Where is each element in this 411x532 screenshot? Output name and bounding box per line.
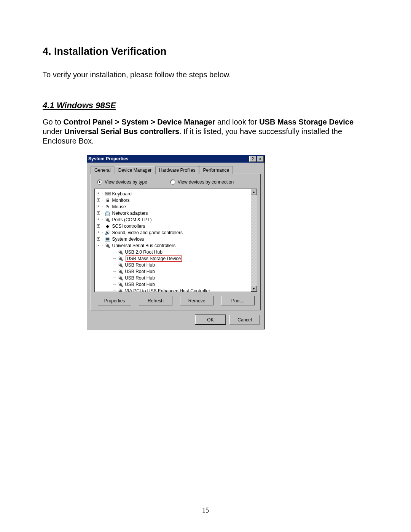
tree-item[interactable]: +··⌨Keyboard bbox=[97, 190, 257, 197]
subsection-heading: 4.1 Windows 98SE bbox=[43, 101, 368, 110]
tree-item[interactable]: +··🔌Ports (COM & LPT) bbox=[97, 216, 257, 223]
body-text: Go to bbox=[43, 118, 63, 126]
usb-icon: 🔌 bbox=[117, 256, 123, 261]
device-icon: 🔌 bbox=[105, 217, 111, 222]
body-text: under bbox=[43, 127, 64, 136]
device-icon: ◆ bbox=[105, 224, 111, 229]
usb-icon: 🔌 bbox=[117, 282, 123, 287]
tree-label-highlighted: USB Mass Storage Device bbox=[126, 256, 182, 262]
tree-item[interactable]: +··◆SCSI controllers bbox=[97, 223, 257, 229]
body-bold-device: USB Mass Storage Device bbox=[259, 118, 354, 126]
tree-item[interactable]: +··📇Network adapters bbox=[97, 210, 257, 216]
tree-child-item[interactable]: ····🔌VIA PCI to USB Enhanced Host Contro… bbox=[97, 288, 257, 292]
device-icon: 🔊 bbox=[105, 230, 111, 235]
usb-icon: 🔌 bbox=[117, 249, 123, 255]
tree-item[interactable]: +··💻System devices bbox=[97, 236, 257, 242]
ok-button[interactable]: OK bbox=[195, 315, 226, 324]
usb-icon: 🔌 bbox=[117, 288, 123, 292]
expand-icon[interactable]: + bbox=[97, 205, 100, 208]
scroll-track[interactable] bbox=[251, 195, 257, 286]
device-icon: 🔌 bbox=[105, 243, 111, 248]
tree-label: Keyboard bbox=[112, 191, 132, 197]
properties-button[interactable]: Properties bbox=[98, 296, 131, 305]
device-icon: ⌨ bbox=[105, 191, 111, 197]
intro-text: To verify your installation, please foll… bbox=[43, 70, 368, 79]
body-bold-category: Universal Serial Bus controllers bbox=[64, 127, 179, 136]
radio-icon bbox=[170, 179, 175, 185]
refresh-button[interactable]: Refresh bbox=[139, 296, 172, 305]
tree-child-item[interactable]: ····🔌USB Root Hub bbox=[97, 268, 257, 275]
collapse-icon[interactable]: - bbox=[97, 244, 100, 247]
device-icon: 📇 bbox=[105, 211, 111, 216]
tabstrip: General Device Manager Hardware Profiles… bbox=[91, 166, 261, 174]
tab-device-manager[interactable]: Device Manager bbox=[115, 166, 155, 174]
tree-label: Mouse bbox=[112, 204, 126, 209]
tree-item[interactable]: -··🔌Universal Serial Bus controllers bbox=[97, 242, 257, 249]
radio-view-by-type[interactable]: View devices by type bbox=[97, 179, 147, 185]
device-icon: 🖥 bbox=[105, 198, 111, 203]
tab-general[interactable]: General bbox=[91, 166, 115, 174]
titlebar[interactable]: System Properties ? × bbox=[87, 155, 264, 163]
tree-child-item[interactable]: ····🔌USB Root Hub bbox=[97, 262, 257, 268]
tree-label: Network adapters bbox=[112, 211, 148, 216]
expand-icon[interactable]: + bbox=[97, 237, 100, 241]
expand-icon[interactable]: + bbox=[97, 224, 100, 228]
tree-label: USB Root Hub bbox=[125, 282, 155, 287]
device-tree[interactable]: +··⌨Keyboard+··🖥Monitors+··🖱Mouse+··📇Net… bbox=[94, 189, 257, 292]
radio-label: View devices by type bbox=[105, 179, 147, 185]
device-icon: 🖱 bbox=[105, 204, 111, 209]
device-icon: 💻 bbox=[105, 236, 111, 242]
scroll-down-button[interactable]: ▼ bbox=[251, 286, 257, 292]
expand-icon[interactable]: + bbox=[97, 231, 100, 234]
tree-label: Monitors bbox=[112, 198, 130, 203]
tree-label: Sound, video and game controllers bbox=[112, 230, 183, 235]
tree-child-item[interactable]: ····🔌USB Root Hub bbox=[97, 275, 257, 281]
scrollbar[interactable]: ▲ ▼ bbox=[251, 189, 257, 292]
body-paragraph: Go to Control Panel > System > Device Ma… bbox=[43, 117, 368, 146]
tab-hardware-profiles[interactable]: Hardware Profiles bbox=[155, 166, 199, 174]
print-button[interactable]: Print... bbox=[221, 296, 255, 305]
tree-label: USB 2.0 Root Hub bbox=[125, 249, 162, 255]
usb-icon: 🔌 bbox=[117, 262, 123, 268]
usb-icon: 🔌 bbox=[117, 269, 123, 274]
window-title: System Properties bbox=[88, 156, 249, 161]
scroll-up-button[interactable]: ▲ bbox=[251, 189, 257, 195]
expand-icon[interactable]: + bbox=[97, 218, 100, 221]
tree-label: Universal Serial Bus controllers bbox=[112, 243, 176, 248]
expand-icon[interactable]: + bbox=[97, 198, 100, 202]
tab-performance[interactable]: Performance bbox=[199, 166, 233, 174]
section-heading: 4. Installation Verification bbox=[43, 46, 368, 58]
usb-icon: 🔌 bbox=[117, 275, 123, 281]
tree-label: USB Root Hub bbox=[125, 262, 155, 268]
body-text: and look for bbox=[215, 118, 260, 126]
tree-item[interactable]: +··🖥Monitors bbox=[97, 197, 257, 203]
page-number: 15 bbox=[0, 506, 411, 514]
close-button[interactable]: × bbox=[257, 156, 264, 162]
expand-icon[interactable]: + bbox=[97, 192, 100, 195]
radio-view-by-connection[interactable]: View devices by connection bbox=[170, 179, 234, 185]
help-button[interactable]: ? bbox=[249, 156, 256, 162]
body-bold-path: Control Panel > System > Device Manager bbox=[63, 118, 215, 126]
expand-icon[interactable]: + bbox=[97, 211, 100, 215]
tree-child-item[interactable]: ····🔌USB Root Hub bbox=[97, 281, 257, 288]
tab-panel: View devices by type View devices by con… bbox=[91, 174, 261, 310]
tree-child-item[interactable]: ····🔌USB 2.0 Root Hub bbox=[97, 249, 257, 255]
tree-label: SCSI controllers bbox=[112, 224, 145, 229]
radio-label: View devices by connection bbox=[178, 179, 234, 185]
remove-button[interactable]: Remove bbox=[180, 296, 213, 305]
tree-label: Ports (COM & LPT) bbox=[112, 217, 152, 222]
tree-item[interactable]: +··🖱Mouse bbox=[97, 203, 257, 210]
cancel-button[interactable]: Cancel bbox=[229, 315, 260, 324]
tree-label: USB Root Hub bbox=[125, 275, 155, 281]
system-properties-window: System Properties ? × General Device Man… bbox=[87, 155, 264, 329]
tree-item[interactable]: +··🔊Sound, video and game controllers bbox=[97, 229, 257, 236]
tree-label: VIA PCI to USB Enhanced Host Controller bbox=[125, 288, 210, 292]
tree-label: USB Root Hub bbox=[125, 269, 155, 274]
tree-label: System devices bbox=[112, 236, 144, 242]
radio-icon bbox=[97, 179, 102, 185]
tree-child-item[interactable]: ····🔌USB Mass Storage Device bbox=[97, 255, 257, 262]
